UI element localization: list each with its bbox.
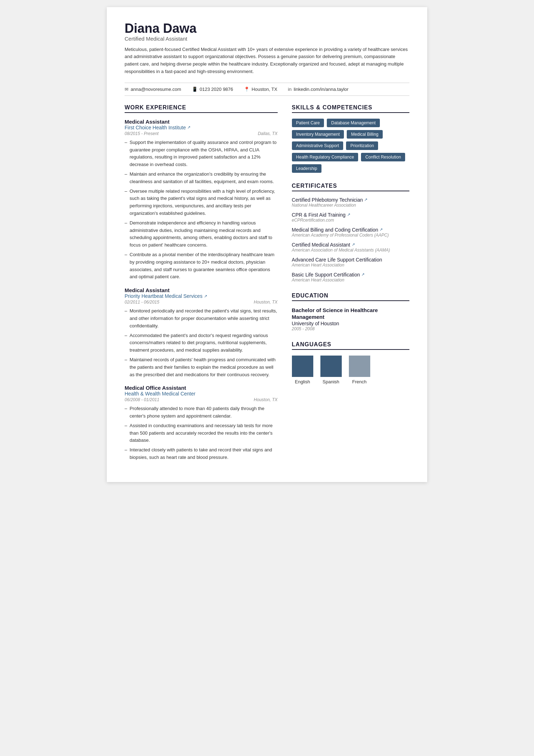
cert-name-1: Certified Phlebotomy Technician ↗ — [292, 197, 409, 203]
skills-section: SKILLS & COMPETENCIES Patient Care Datab… — [292, 104, 409, 173]
cert-link-icon-3: ↗ — [379, 227, 383, 232]
cert-1: Certified Phlebotomy Technician ↗ Nation… — [292, 197, 409, 208]
contact-email: ✉ anna@novoresume.com — [125, 87, 181, 92]
cert-link-icon-2: ↗ — [347, 212, 350, 217]
lang-label-spanish: Spanish — [323, 379, 339, 384]
company-1: First Choice Health Institute ↗ — [125, 125, 278, 130]
job-meta-2: 02/2011 - 06/2015 Houston, TX — [125, 300, 278, 305]
bullet-2-3: Maintained records of patients' health p… — [125, 356, 278, 378]
job-entry-2: Medical Assistant Priority Heartbeat Med… — [125, 287, 278, 378]
candidate-name: Diana Dawa — [125, 21, 409, 36]
certificates-section: CERTIFICATES Certified Phlebotomy Techni… — [292, 183, 409, 283]
language-items: English Spanish French — [292, 356, 409, 384]
external-link-icon-2: ↗ — [204, 294, 207, 299]
email-icon: ✉ — [125, 87, 129, 92]
cert-6: Basic Life Support Certification ↗ Ameri… — [292, 272, 409, 283]
skill-tags-container: Patient Care Database Management Invento… — [292, 119, 409, 173]
resume-header: Diana Dawa Certified Medical Assistant M… — [125, 21, 409, 76]
right-column: SKILLS & COMPETENCIES Patient Care Datab… — [292, 104, 409, 468]
cert-3: Medical Billing and Coding Certification… — [292, 227, 409, 238]
cert-org-6: American Heart Association — [292, 278, 409, 283]
languages-title: LANGUAGES — [292, 341, 409, 350]
location-icon: 📍 — [244, 87, 250, 92]
job-bullets-1: Support the implementation of quality as… — [125, 139, 278, 281]
job-meta-3: 06/2008 - 01/2011 Houston, TX — [125, 397, 278, 402]
cert-org-1: National Healthcareer Association — [292, 203, 409, 208]
lang-french: French — [349, 356, 370, 384]
lang-bar-spanish — [320, 356, 342, 377]
work-experience-title: WORK EXPERIENCE — [125, 104, 278, 113]
job-title-3: Medical Office Assistant — [125, 385, 278, 391]
bullet-1-3: Oversee multiple related responsibilitie… — [125, 188, 278, 217]
bullet-1-1: Support the implementation of quality as… — [125, 139, 278, 169]
bullet-3-2: Assisted in conducting examinations and … — [125, 422, 278, 444]
job-title-2: Medical Assistant — [125, 287, 278, 293]
cert-org-3: American Academy of Professional Coders … — [292, 233, 409, 238]
two-column-layout: WORK EXPERIENCE Medical Assistant First … — [125, 104, 409, 468]
cert-org-5: American Heart Association — [292, 263, 409, 268]
cert-link-icon-1: ↗ — [364, 197, 367, 202]
bullet-3-1: Professionally attended to more than 40 … — [125, 405, 278, 420]
lang-spanish: Spanish — [320, 356, 342, 384]
bullet-2-2: Accommodated the patient's and doctor's … — [125, 332, 278, 354]
lang-label-english: English — [295, 379, 310, 384]
skill-health-regulatory: Health Regulatory Compliance — [292, 153, 358, 161]
contact-phone: 📱 0123 2020 9876 — [192, 87, 233, 92]
cert-name-3: Medical Billing and Coding Certification… — [292, 227, 409, 233]
skill-database-management: Database Management — [327, 119, 380, 127]
bullet-1-4: Demonstrate independence and efficiency … — [125, 219, 278, 249]
languages-section: LANGUAGES English Spanish French — [292, 341, 409, 384]
skill-medical-billing: Medical Billing — [347, 130, 383, 139]
cert-org-2: eCPRcertification.com — [292, 218, 409, 223]
cert-name-6: Basic Life Support Certification ↗ — [292, 272, 409, 278]
bullet-1-5: Contribute as a pivotal member of the in… — [125, 251, 278, 281]
external-link-icon-1: ↗ — [187, 125, 190, 130]
cert-4: Certified Medical Assistant ↗ American A… — [292, 242, 409, 253]
cert-name-4: Certified Medical Assistant ↗ — [292, 242, 409, 248]
education-section: EDUCATION Bachelor of Science in Healthc… — [292, 292, 409, 331]
bullet-3-3: Interacted closely with patients to take… — [125, 446, 278, 461]
company-3: Health & Wealth Medical Center — [125, 391, 278, 397]
certificates-title: CERTIFICATES — [292, 183, 409, 191]
lang-bar-french — [349, 356, 370, 377]
lang-english: English — [292, 356, 313, 384]
cert-2: CPR & First Aid Training ↗ eCPRcertifica… — [292, 212, 409, 223]
company-2: Priority Heartbeat Medical Services ↗ — [125, 293, 278, 299]
contact-location: 📍 Houston, TX — [244, 87, 277, 92]
cert-org-4: American Association of Medical Assistan… — [292, 248, 409, 253]
cert-5: Advanced Care Life Support Certification… — [292, 257, 409, 268]
linkedin-icon: in — [288, 87, 292, 92]
cert-name-5: Advanced Care Life Support Certification — [292, 257, 409, 263]
cert-link-icon-6: ↗ — [361, 272, 365, 277]
job-entry-3: Medical Office Assistant Health & Wealth… — [125, 385, 278, 461]
job-entry-1: Medical Assistant First Choice Health In… — [125, 119, 278, 281]
edu-degree: Bachelor of Science in Healthcare Manage… — [292, 307, 409, 321]
skill-prioritization: Prioritization — [346, 141, 378, 150]
skill-patient-care: Patient Care — [292, 119, 324, 127]
candidate-summary: Meticulous, patient-focused Certified Me… — [125, 46, 409, 76]
education-title: EDUCATION — [292, 292, 409, 301]
resume-container: Diana Dawa Certified Medical Assistant M… — [107, 7, 427, 482]
candidate-title: Certified Medical Assistant — [125, 36, 409, 42]
left-column: WORK EXPERIENCE Medical Assistant First … — [125, 104, 278, 468]
job-meta-1: 08/2015 - Present Dallas, TX — [125, 131, 278, 136]
bullet-2-1: Monitored periodically and recorded the … — [125, 307, 278, 330]
skill-inventory-management: Inventory Management — [292, 130, 344, 139]
job-title-1: Medical Assistant — [125, 119, 278, 125]
contact-bar: ✉ anna@novoresume.com 📱 0123 2020 9876 📍… — [125, 83, 409, 96]
cert-link-icon-4: ↗ — [352, 242, 355, 247]
bullet-1-2: Maintain and enhance the organization's … — [125, 171, 278, 186]
contact-linkedin[interactable]: in linkedin.com/in/anna.taylor — [288, 87, 349, 92]
lang-bar-english — [292, 356, 313, 377]
skill-administrative-support: Administrative Support — [292, 141, 344, 150]
edu-years: 2005 - 2008 — [292, 326, 409, 331]
edu-school: University of Houston — [292, 321, 409, 326]
job-bullets-3: Professionally attended to more than 40 … — [125, 405, 278, 461]
cert-name-2: CPR & First Aid Training ↗ — [292, 212, 409, 218]
skills-title: SKILLS & COMPETENCIES — [292, 104, 409, 113]
job-bullets-2: Monitored periodically and recorded the … — [125, 307, 278, 378]
skill-leadership: Leadership — [292, 164, 321, 173]
phone-icon: 📱 — [192, 87, 198, 92]
skill-conflict-resolution: Conflict Resolution — [361, 153, 405, 161]
lang-label-french: French — [352, 379, 366, 384]
